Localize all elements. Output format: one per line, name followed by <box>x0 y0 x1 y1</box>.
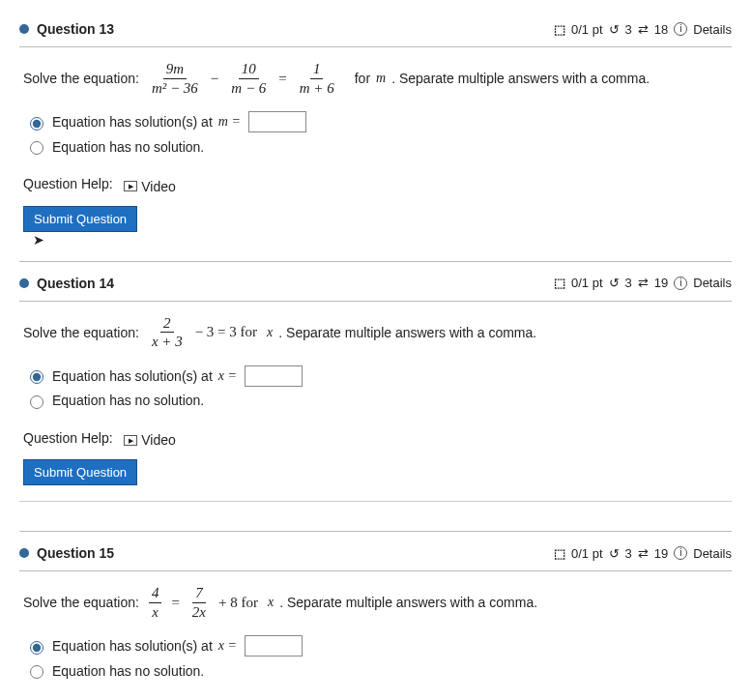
question-title: Question 13 <box>37 21 114 37</box>
retry-count: 3 <box>625 22 632 37</box>
details-link[interactable]: Details <box>693 22 732 37</box>
question-title-row: Question 14 <box>19 276 114 291</box>
radio-no-solution[interactable] <box>30 395 43 409</box>
divider <box>19 501 732 502</box>
radio-has-solution[interactable] <box>30 117 43 131</box>
fraction-1: 4 x <box>149 585 162 620</box>
equals-sign: = <box>167 595 183 611</box>
details-link[interactable]: Details <box>693 546 732 561</box>
fraction-numerator: 9m <box>163 61 187 79</box>
option-var: m = <box>218 114 241 130</box>
prompt-row: Solve the equation: 2 x + 3 − 3 = 3 for … <box>19 315 732 350</box>
option-has-solution[interactable]: Equation has solution(s) at x = <box>25 365 732 387</box>
question-header: Question 15 ⬚ 0/1 pt ↺ 3 ⇄ 19 i Details <box>19 545 732 571</box>
swap-icon: ⇄ <box>638 546 649 561</box>
checkbox-icon: ⬚ <box>554 22 565 37</box>
prompt-var: m <box>376 71 386 86</box>
attempt-count: 18 <box>654 22 668 37</box>
fraction-denominator: m² − 36 <box>149 79 201 97</box>
question-title: Question 15 <box>37 545 114 561</box>
expr-tail: − 3 = 3 for <box>191 324 261 340</box>
cursor-icon: ➤ <box>33 232 745 248</box>
redo-icon: ↺ <box>609 546 620 561</box>
prompt-row: Solve the equation: 9m m² − 36 − 10 m − … <box>19 61 732 96</box>
video-link[interactable]: ▶ Video <box>124 179 176 194</box>
option-no-solution[interactable]: Equation has no solution. <box>25 662 732 679</box>
fraction-2: 10 m − 6 <box>228 61 269 96</box>
fraction-2: 7 2x <box>189 585 209 620</box>
help-row: Question Help: ▶ Video <box>19 176 732 194</box>
prompt-tail2: . Separate multiple answers with a comma… <box>279 595 537 610</box>
video-link[interactable]: ▶ Video <box>124 432 176 448</box>
submit-button[interactable]: Submit Question <box>23 459 137 485</box>
swap-icon: ⇄ <box>638 276 649 290</box>
info-icon[interactable]: i <box>674 546 687 560</box>
radio-no-solution[interactable] <box>30 141 43 155</box>
answer-input[interactable] <box>245 365 303 387</box>
prompt-tail: for <box>355 71 370 86</box>
radio-no-solution[interactable] <box>30 665 43 679</box>
option-label: Equation has solution(s) at <box>52 114 213 130</box>
minus-sign: − <box>207 71 222 87</box>
fraction-numerator: 2 <box>160 315 174 334</box>
question-15: Question 15 ⬚ 0/1 pt ↺ 3 ⇄ 19 i Details … <box>19 531 732 679</box>
fraction-numerator: 1 <box>310 61 324 79</box>
question-title-row: Question 15 <box>19 545 114 561</box>
retry-count: 3 <box>625 276 632 290</box>
fraction-numerator: 4 <box>149 585 162 603</box>
fraction-denominator: x <box>149 603 161 621</box>
status-dot <box>19 24 29 34</box>
fraction-numerator: 7 <box>192 585 206 603</box>
help-label: Question Help: <box>23 176 113 191</box>
score-text: 0/1 pt <box>571 276 603 290</box>
prompt-lead: Solve the equation: <box>23 71 139 86</box>
option-label: Equation has solution(s) at <box>52 368 213 384</box>
option-has-solution[interactable]: Equation has solution(s) at m = <box>25 111 732 132</box>
attempt-count: 19 <box>654 546 668 561</box>
radio-has-solution[interactable] <box>30 370 43 384</box>
prompt-row: Solve the equation: 4 x = 7 2x + 8 for x… <box>19 585 732 620</box>
question-13: Question 13 ⬚ 0/1 pt ↺ 3 ⇄ 18 i Details … <box>19 8 732 261</box>
option-no-solution[interactable]: Equation has no solution. <box>25 393 732 409</box>
swap-icon: ⇄ <box>638 22 649 37</box>
question-status: ⬚ 0/1 pt ↺ 3 ⇄ 18 i Details <box>554 22 732 37</box>
question-title: Question 14 <box>37 276 114 291</box>
checkbox-icon: ⬚ <box>554 276 565 290</box>
redo-icon: ↺ <box>609 22 620 37</box>
info-icon[interactable]: i <box>674 22 687 36</box>
submit-button[interactable]: Submit Question <box>23 206 137 232</box>
option-label: Equation has no solution. <box>52 393 204 408</box>
fraction-3: 1 m + 6 <box>297 61 337 96</box>
redo-icon: ↺ <box>609 276 620 290</box>
fraction-1: 2 x + 3 <box>149 315 186 350</box>
fraction-1: 9m m² − 36 <box>149 61 201 96</box>
prompt-var: x <box>267 325 273 340</box>
details-link[interactable]: Details <box>693 276 732 290</box>
question-status: ⬚ 0/1 pt ↺ 3 ⇄ 19 i Details <box>554 546 732 561</box>
score-text: 0/1 pt <box>571 546 603 561</box>
option-has-solution[interactable]: Equation has solution(s) at x = <box>25 635 732 656</box>
option-no-solution[interactable]: Equation has no solution. <box>25 138 732 155</box>
answer-input[interactable] <box>248 111 306 132</box>
play-icon: ▶ <box>124 181 137 191</box>
option-var: x = <box>218 638 237 654</box>
info-icon[interactable]: i <box>674 277 687 290</box>
status-dot <box>19 278 29 288</box>
status-dot <box>19 548 29 558</box>
question-status: ⬚ 0/1 pt ↺ 3 ⇄ 19 i Details <box>554 276 732 290</box>
prompt-lead: Solve the equation: <box>23 325 139 340</box>
prompt-tail2: . Separate multiple answers with a comma… <box>278 325 536 340</box>
radio-has-solution[interactable] <box>30 641 43 655</box>
question-title-row: Question 13 <box>19 21 114 37</box>
question-header: Question 14 ⬚ 0/1 pt ↺ 3 ⇄ 19 i Details <box>19 276 732 302</box>
expr-tail: + 8 for <box>215 595 262 611</box>
question-header: Question 13 ⬚ 0/1 pt ↺ 3 ⇄ 18 i Details <box>19 21 732 47</box>
prompt-lead: Solve the equation: <box>23 595 139 610</box>
option-label: Equation has no solution. <box>52 139 204 155</box>
fraction-denominator: m − 6 <box>228 79 269 97</box>
equals-sign: = <box>274 71 290 87</box>
retry-count: 3 <box>625 546 632 561</box>
help-label: Question Help: <box>23 430 113 446</box>
answer-input[interactable] <box>245 635 303 656</box>
help-row: Question Help: ▶ Video <box>19 430 732 449</box>
